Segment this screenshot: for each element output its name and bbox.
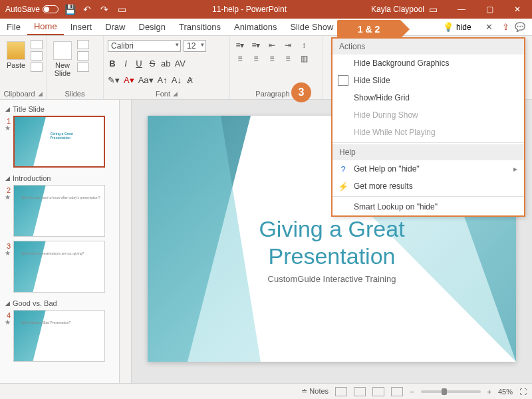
action-show-hide-grid[interactable]: Show/Hide Grid (332, 89, 524, 106)
section-introduction[interactable]: ◢Introduction (4, 172, 115, 185)
format-painter-icon[interactable] (31, 63, 43, 72)
document-title: 11-help - PowerPoint (128, 5, 371, 14)
shrink-font-button[interactable]: A↓ (172, 75, 182, 85)
align-right-button[interactable]: ≡ (266, 53, 278, 64)
comments-icon[interactable]: 💬 (515, 22, 525, 32)
change-case-button[interactable]: Aa▾ (138, 75, 154, 85)
clear-search-icon[interactable]: ✕ (485, 22, 493, 32)
autosave-label: AutoSave (5, 5, 40, 14)
increase-indent-button[interactable]: ⇥ (282, 40, 294, 51)
decrease-indent-button[interactable]: ⇤ (266, 40, 278, 51)
slide-subtitle-text[interactable]: CustomGuide Interactive Training (148, 274, 516, 284)
blank-icon (338, 110, 348, 120)
cut-icon[interactable] (31, 40, 43, 49)
paste-icon (7, 41, 25, 60)
tab-draw[interactable]: Draw (98, 19, 132, 35)
new-slide-button[interactable]: New Slide (51, 40, 74, 78)
font-group-label: Font (156, 90, 170, 98)
clipboard-dialog-launcher[interactable]: ◢ (38, 90, 43, 97)
autosave-toggle[interactable]: AutoSave (5, 5, 59, 14)
tab-insert[interactable]: Insert (64, 19, 99, 35)
action-hide-background-graphics[interactable]: Hide Background Graphics (332, 55, 524, 72)
thumbnail-slide-2[interactable]: What do you want to know after today's p… (13, 185, 105, 237)
character-spacing-button[interactable]: AV (174, 59, 185, 68)
align-left-button[interactable]: ≡ (234, 53, 246, 64)
slide-thumbnails-pane[interactable]: ◢Title Slide 1 ★ Giving a Great Presenta… (0, 100, 120, 383)
font-name-select[interactable]: Calibri (108, 40, 181, 52)
fit-to-window-button[interactable]: ⛶ (519, 388, 527, 396)
font-color-button[interactable]: A▾ (124, 75, 134, 85)
close-button[interactable]: ✕ (505, 0, 529, 19)
justify-button[interactable]: ≡ (282, 53, 294, 64)
numbering-button[interactable]: ≡▾ (250, 40, 262, 51)
tab-home[interactable]: Home (27, 19, 64, 35)
collapse-icon: ◢ (5, 106, 10, 112)
italic-button[interactable]: I (121, 59, 130, 68)
tell-me-input[interactable] (456, 23, 483, 32)
zoom-out-button[interactable]: − (410, 388, 414, 396)
clipboard-group-label: Clipboard (3, 90, 35, 98)
columns-button[interactable]: ▥ (298, 53, 310, 64)
line-spacing-button[interactable]: ↕ (298, 40, 310, 51)
paste-button[interactable]: Paste (4, 40, 28, 70)
collapse-icon: ◢ (5, 175, 10, 182)
slide-sorter-view-button[interactable] (354, 387, 366, 396)
minimize-button[interactable]: — (450, 0, 473, 19)
section-title-slide[interactable]: ◢Title Slide (4, 102, 115, 116)
bold-button[interactable]: B (108, 59, 117, 68)
slide-title-text[interactable]: Giving a Great Presentation (148, 215, 516, 270)
zoom-in-button[interactable]: + (487, 388, 491, 396)
callout-1-and-2: 1 & 2 (337, 20, 400, 39)
action-hide-slide[interactable]: Hide Slide (332, 72, 524, 89)
get-more-results-item[interactable]: ⚡Get more results (332, 178, 524, 195)
notes-button[interactable]: ≐ Notes (301, 387, 329, 396)
grow-font-button[interactable]: A↑ (158, 75, 168, 85)
reset-icon[interactable] (77, 51, 89, 61)
layout-icon[interactable] (77, 40, 89, 49)
save-icon[interactable]: 💾 (64, 3, 76, 15)
font-dialog-launcher[interactable]: ◢ (173, 90, 178, 97)
undo-icon[interactable]: ↶ (81, 3, 93, 15)
smart-lookup-item[interactable]: Smart Lookup on "hide" (332, 198, 524, 215)
chevron-right-icon: ▸ (513, 164, 517, 174)
thumbnail-slide-4[interactable]: What Makes a Bad Presentation? (13, 310, 105, 362)
user-avatar-icon[interactable]: ▭ (427, 3, 439, 15)
section-icon[interactable] (77, 63, 89, 72)
shadow-button[interactable]: ab (161, 59, 170, 68)
copy-icon[interactable] (31, 51, 43, 61)
normal-view-button[interactable] (335, 387, 347, 396)
tab-transitions[interactable]: Transitions (172, 19, 227, 35)
strikethrough-button[interactable]: S (148, 59, 157, 68)
new-slide-icon (53, 41, 72, 60)
tab-animations[interactable]: Animations (227, 19, 283, 35)
font-size-select[interactable]: 12 (184, 40, 206, 52)
zoom-slider[interactable] (421, 390, 481, 393)
get-help-item[interactable]: ?Get Help on "hide"▸ (332, 160, 524, 178)
blank-icon (338, 92, 348, 103)
start-slideshow-icon[interactable]: ▭ (116, 3, 128, 15)
tab-slideshow[interactable]: Slide Show (283, 19, 340, 35)
autosave-switch[interactable] (43, 5, 59, 13)
bullets-button[interactable]: ≡▾ (234, 40, 246, 51)
section-good-vs-bad[interactable]: ◢Good vs. Bad (4, 297, 115, 310)
blank-icon (338, 127, 348, 138)
underline-button[interactable]: U (134, 59, 144, 68)
tell-me-results-panel: Actions Hide Background Graphics Hide Sl… (331, 37, 525, 217)
align-center-button[interactable]: ≡ (250, 53, 262, 64)
share-icon[interactable]: ⇪ (502, 22, 509, 32)
redo-icon[interactable]: ↷ (98, 3, 110, 15)
ruler-vertical (120, 100, 132, 383)
tab-design[interactable]: Design (132, 19, 172, 35)
callout-3: 3 (291, 82, 311, 102)
slideshow-view-button[interactable] (391, 387, 403, 396)
clear-formatting-button[interactable]: A̷ (186, 75, 195, 85)
restore-button[interactable]: ▢ (477, 0, 501, 19)
highlight-button[interactable]: ✎▾ (108, 75, 120, 85)
tell-me-search[interactable]: 💡 ✕ (440, 19, 495, 35)
thumbnail-slide-3[interactable]: What kind of presentations are you givin… (13, 241, 105, 293)
zoom-percent[interactable]: 45% (498, 388, 513, 396)
tab-file[interactable]: File (0, 19, 27, 35)
thumbnail-slide-1[interactable]: Giving a Great Presentation (13, 116, 105, 168)
collapse-icon: ◢ (5, 300, 10, 307)
reading-view-button[interactable] (372, 387, 384, 396)
